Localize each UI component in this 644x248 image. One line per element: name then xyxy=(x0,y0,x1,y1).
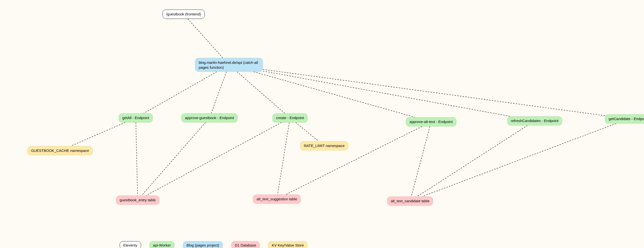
node-table-guestbook-entry: guestbook_entry table xyxy=(116,195,160,205)
edge xyxy=(188,19,223,58)
legend-kv: KV Key/Value Store xyxy=(268,241,307,248)
legend: Eleventy api-Worker Blog (pages project)… xyxy=(120,241,308,248)
diagram-canvas: /guestbook (frontend) blog.martin-haehne… xyxy=(0,0,644,248)
edge xyxy=(422,123,616,197)
edge xyxy=(144,72,217,113)
edge xyxy=(211,72,226,113)
node-api: blog.martin-haehnel.de/api (catch-all pa… xyxy=(195,58,263,72)
edge xyxy=(142,122,205,196)
node-endpoint-getall: getAll - Endpoint xyxy=(119,113,153,122)
edge xyxy=(417,126,528,197)
edge xyxy=(263,69,605,116)
legend-d1: D1 Database xyxy=(231,241,260,248)
edge xyxy=(286,127,422,195)
node-endpoint-getcandidate: getCandidate - Endpoint xyxy=(605,114,644,123)
edge xyxy=(411,127,430,197)
edge xyxy=(278,122,289,195)
node-frontend: /guestbook (frontend) xyxy=(162,10,205,19)
node-endpoint-approve-alt: approve-alt-text - Endpoint xyxy=(406,117,456,127)
legend-api-worker: api-Worker xyxy=(150,241,174,248)
node-table-alt-text-cand: alt_text_candidate table xyxy=(387,196,433,206)
node-table-alt-text-sugg: alt_text_suggestion table xyxy=(253,194,301,204)
edge xyxy=(70,122,125,146)
legend-blog: Blog (pages project) xyxy=(183,241,223,248)
edge xyxy=(237,72,285,113)
edge xyxy=(146,122,282,196)
edge xyxy=(263,71,510,116)
edge xyxy=(254,72,415,117)
node-endpoint-approve-gb: approve-guestbook - Endpoint xyxy=(182,113,238,122)
legend-eleventy: Eleventy xyxy=(120,241,141,248)
node-endpoint-refresh: refreshCandidates - Endpoint xyxy=(507,116,562,126)
edge xyxy=(136,122,138,196)
edge xyxy=(296,122,318,141)
node-kv-rate-limit: RATE_LIMIT namespace xyxy=(300,141,348,150)
node-kv-guestbook-cache: GUESTBOOK_CACHE namespace xyxy=(27,146,93,155)
node-endpoint-create: create - Endpoint xyxy=(272,113,308,122)
